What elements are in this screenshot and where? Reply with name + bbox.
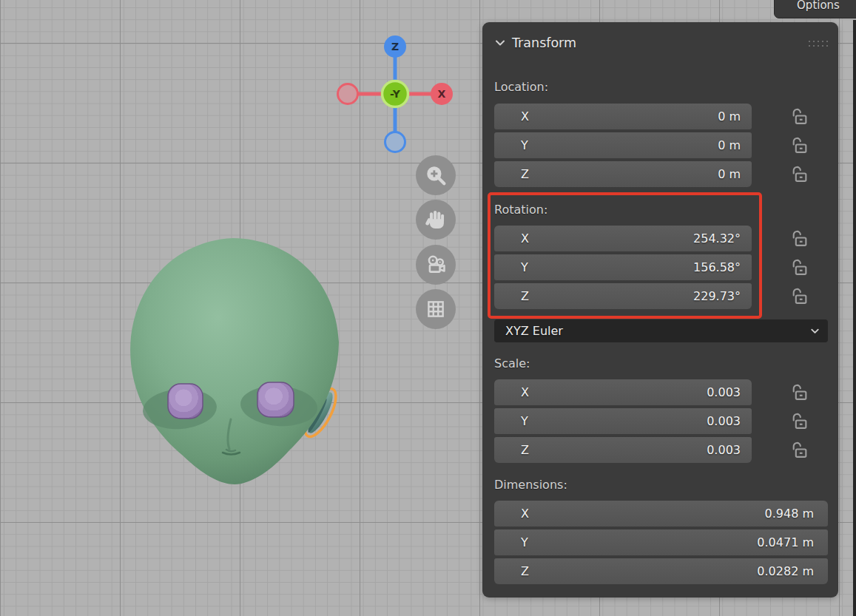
gizmo-axis-neg-z[interactable] — [385, 132, 405, 152]
pan-tool-button[interactable] — [416, 200, 456, 240]
location-x-field[interactable]: X 0 m — [494, 104, 752, 129]
location-label: Location: — [494, 80, 548, 94]
scale-locks — [787, 379, 811, 463]
dimensions-z-field[interactable]: Z 0.0282 m — [494, 558, 828, 584]
grid-toggle-button[interactable] — [416, 289, 456, 329]
gizmo-axis-x[interactable]: X — [431, 83, 453, 105]
dimensions-y-field[interactable]: Y 0.0471 m — [494, 529, 828, 555]
panel-header[interactable]: Transform — [494, 35, 576, 50]
head-mesh[interactable] — [130, 238, 339, 484]
region-edge — [853, 20, 856, 616]
gizmo-axis-neg-y[interactable]: -Y — [382, 81, 408, 107]
dimensions-fields: X 0.948 m Y 0.0471 m Z 0.0282 m — [494, 501, 828, 584]
svg-text:Z: Z — [391, 41, 399, 53]
rotation-y-field[interactable]: Y 156.58° — [494, 254, 752, 280]
transform-panel: Transform Location: X 0 m Y 0 m Z 0 m Ro… — [482, 22, 838, 598]
location-fields: X 0 m Y 0 m Z 0 m — [494, 104, 752, 187]
panel-title: Transform — [512, 35, 576, 50]
eye-left[interactable] — [168, 384, 203, 419]
gizmo-axis-z[interactable]: Z — [384, 35, 406, 58]
chevron-down-icon — [494, 37, 506, 49]
hand-icon — [423, 207, 448, 232]
scale-y-field[interactable]: Y 0.003 — [494, 408, 752, 434]
rotation-fields: X 254.32° Y 156.58° Z 229.73° — [494, 226, 752, 309]
rotation-locks — [787, 226, 811, 309]
rotation-mode-dropdown[interactable]: XYZ Euler — [494, 319, 828, 342]
location-z-field[interactable]: Z 0 m — [494, 161, 752, 187]
lock-open-icon[interactable] — [787, 226, 811, 251]
options-button[interactable]: Options — [774, 0, 856, 18]
svg-text:-Y: -Y — [390, 88, 401, 100]
location-y-field[interactable]: Y 0 m — [494, 132, 752, 158]
lock-open-icon[interactable] — [787, 254, 811, 280]
camera-view-button[interactable] — [416, 245, 456, 285]
zoom-tool-button[interactable] — [416, 155, 456, 195]
chevron-down-icon — [809, 325, 828, 336]
scale-x-field[interactable]: X 0.003 — [494, 379, 752, 405]
view-axis-gizmo[interactable]: Z X -Y — [326, 30, 459, 155]
rotation-label: Rotation: — [494, 203, 547, 217]
character-head-model[interactable] — [122, 233, 344, 488]
lock-open-icon[interactable] — [787, 283, 811, 309]
scale-z-field[interactable]: Z 0.003 — [494, 437, 752, 463]
rotation-x-field[interactable]: X 254.32° — [494, 226, 752, 251]
location-locks — [787, 104, 811, 187]
scale-label: Scale: — [494, 356, 530, 370]
lock-open-icon[interactable] — [787, 408, 811, 434]
scale-fields: X 0.003 Y 0.003 Z 0.003 — [494, 379, 752, 463]
lock-open-icon[interactable] — [787, 379, 811, 405]
rotation-z-field[interactable]: Z 229.73° — [494, 283, 752, 309]
eye-right[interactable] — [257, 382, 294, 417]
movie-camera-icon — [423, 252, 448, 277]
lock-open-icon[interactable] — [787, 437, 811, 463]
dimensions-label: Dimensions: — [494, 478, 567, 492]
magnifier-plus-icon — [423, 163, 448, 188]
lock-open-icon[interactable] — [787, 132, 811, 158]
options-button-label: Options — [797, 0, 840, 12]
rotation-mode-value: XYZ Euler — [494, 324, 563, 338]
svg-text:X: X — [438, 88, 446, 100]
lock-open-icon[interactable] — [787, 161, 811, 187]
panel-drag-grip[interactable] — [809, 41, 828, 47]
grid-icon — [423, 297, 448, 322]
lock-open-icon[interactable] — [787, 104, 811, 129]
dimensions-x-field[interactable]: X 0.948 m — [494, 501, 828, 527]
gizmo-axis-neg-x[interactable] — [338, 84, 358, 104]
